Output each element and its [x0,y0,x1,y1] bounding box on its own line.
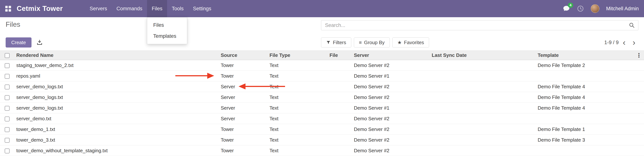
cell-source[interactable]: Tower [218,145,267,156]
pager-next-button[interactable]: › [630,38,638,47]
cell-rendered-name[interactable]: tower_demo_without_template_staging.txt [14,145,218,156]
cell-file-type[interactable]: Text [267,71,327,81]
cell-source[interactable]: Tower [218,71,267,81]
column-header-file-type[interactable]: File Type [267,51,327,60]
cell-last-sync-date[interactable] [430,71,536,81]
import-button[interactable] [35,38,44,47]
table-row[interactable]: server_demo_logs.txtServerTextDemo Serve… [0,103,644,113]
cell-last-sync-date[interactable] [430,103,536,113]
column-header-last-sync-date[interactable]: Last Sync Date [430,51,536,60]
messages-button[interactable]: 4 [562,5,570,12]
group-by-button[interactable]: ≡ Group By [354,37,390,48]
row-checkbox[interactable] [5,84,10,89]
cell-source[interactable]: Tower [218,60,267,71]
table-row[interactable]: server_demo_logs.txtServerTextDemo Serve… [0,81,644,92]
cell-file-type[interactable]: Text [267,124,327,135]
cell-file[interactable] [327,145,352,156]
table-row[interactable]: server_demo.txtServerTextDemo Server #2 [0,113,644,124]
cell-rendered-name[interactable]: staging_tower_demo_2.txt [14,60,218,71]
cell-file-type[interactable]: Text [267,92,327,103]
cell-server[interactable]: Demo Server #2 [352,60,430,71]
menu-tools[interactable]: Tools [167,0,188,17]
dropdown-item-files[interactable]: Files [147,20,187,31]
menu-commands[interactable]: Commands [112,0,147,17]
cell-server[interactable]: Demo Server #2 [352,145,430,156]
table-row[interactable]: tower_demo_3.txtTowerTextDemo Server #2D… [0,135,644,145]
row-checkbox[interactable] [5,117,10,121]
cell-source[interactable]: Server [218,113,267,124]
cell-last-sync-date[interactable] [430,60,536,71]
cell-rendered-name[interactable]: tower_demo_1.txt [14,124,218,135]
create-button[interactable]: Create [6,37,32,48]
cell-last-sync-date[interactable] [430,113,536,124]
search-icon[interactable] [629,22,635,28]
cell-file[interactable] [327,135,352,145]
cell-file[interactable] [327,103,352,113]
column-header-file[interactable]: File [327,51,352,60]
cell-last-sync-date[interactable] [430,145,536,156]
menu-servers[interactable]: Servers [85,0,112,17]
row-checkbox[interactable] [5,138,10,143]
cell-rendered-name[interactable]: server_demo.txt [14,113,218,124]
cell-last-sync-date[interactable] [430,135,536,145]
cell-template[interactable]: Demo File Template 1 [536,124,634,135]
cell-file-type[interactable]: Text [267,113,327,124]
cell-server[interactable]: Demo Server #2 [352,92,430,103]
menu-files[interactable]: Files Files Templates [147,0,167,17]
table-row[interactable]: staging_tower_demo_2.txtTowerTextDemo Se… [0,60,644,71]
dropdown-item-templates[interactable]: Templates [147,31,187,42]
cell-last-sync-date[interactable] [430,92,536,103]
cell-server[interactable]: Demo Server #2 [352,113,430,124]
cell-server[interactable]: Demo Server #2 [352,81,430,92]
cell-rendered-name[interactable]: repos.yaml [14,71,218,81]
cell-last-sync-date[interactable] [430,124,536,135]
cell-template[interactable]: Demo File Template 4 [536,92,634,103]
activities-button[interactable] [577,5,584,12]
favorites-button[interactable]: ★ Favorites [392,37,429,48]
cell-rendered-name[interactable]: server_demo_logs.txt [14,92,218,103]
cell-server[interactable]: Demo Server #1 [352,103,430,113]
cell-source[interactable]: Tower [218,135,267,145]
pager-previous-button[interactable]: ‹ [620,38,628,47]
cell-source[interactable]: Server [218,103,267,113]
cell-file[interactable] [327,92,352,103]
cell-template[interactable] [536,113,634,124]
row-checkbox[interactable] [5,106,10,111]
filters-button[interactable]: Filters [321,37,351,48]
menu-settings[interactable]: Settings [188,0,216,17]
row-checkbox[interactable] [5,149,10,153]
cell-template[interactable]: Demo File Template 3 [536,135,634,145]
cell-file[interactable] [327,81,352,92]
cell-file[interactable] [327,113,352,124]
row-checkbox[interactable] [5,95,10,100]
cell-template[interactable] [536,71,634,81]
cell-file-type[interactable]: Text [267,135,327,145]
cell-file[interactable] [327,124,352,135]
cell-server[interactable]: Demo Server #1 [352,71,430,81]
cell-rendered-name[interactable]: tower_demo_3.txt [14,135,218,145]
cell-rendered-name[interactable]: server_demo_logs.txt [14,81,218,92]
row-checkbox[interactable] [5,127,10,132]
column-header-rendered-name[interactable]: Rendered Name [14,51,218,60]
column-header-template[interactable]: Template [536,51,634,60]
cell-template[interactable] [536,145,634,156]
table-row[interactable]: repos.yamlTowerTextDemo Server #1 [0,71,644,81]
user-name[interactable]: Mitchell Admin [606,6,639,12]
column-header-server[interactable]: Server [352,51,430,60]
cell-template[interactable]: Demo File Template 2 [536,60,634,71]
optional-columns-toggle[interactable]: ⋮ [634,51,644,60]
cell-source[interactable]: Tower [218,124,267,135]
apps-menu-icon[interactable] [5,6,11,12]
cell-rendered-name[interactable]: server_demo_logs.txt [14,103,218,113]
cell-template[interactable]: Demo File Template 4 [536,81,634,92]
cell-template[interactable]: Demo File Template 4 [536,103,634,113]
cell-last-sync-date[interactable] [430,81,536,92]
search-input[interactable] [325,22,629,28]
cell-source[interactable]: Server [218,81,267,92]
cell-file-type[interactable]: Text [267,145,327,156]
row-checkbox[interactable] [5,74,10,79]
user-avatar[interactable] [591,4,599,13]
table-row[interactable]: tower_demo_1.txtTowerTextDemo Server #2D… [0,124,644,135]
row-checkbox[interactable] [5,63,10,68]
cell-file-type[interactable]: Text [267,103,327,113]
